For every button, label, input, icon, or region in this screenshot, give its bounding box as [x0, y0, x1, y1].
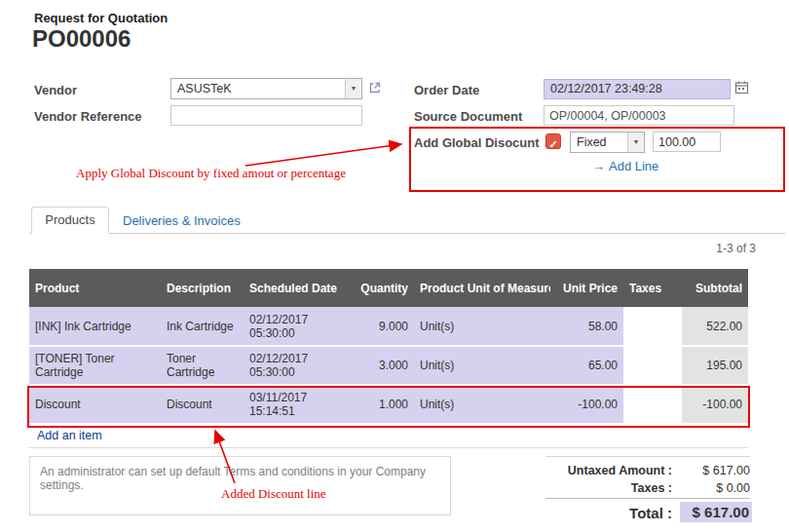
cell-subtotal[interactable]: -100.00: [682, 385, 748, 424]
cell-taxes[interactable]: [623, 385, 682, 424]
cell-uom[interactable]: Unit(s): [414, 346, 550, 385]
totals-top-divider: [545, 456, 750, 457]
cell-taxes[interactable]: [623, 307, 682, 346]
total-label: Total :: [526, 505, 672, 521]
calendar-icon[interactable]: [734, 80, 749, 98]
vendor-reference-label: Vendor Reference: [34, 109, 142, 124]
table-row[interactable]: [INK] Ink Cartridge Ink Cartridge 02/12/…: [29, 307, 748, 346]
order-date-label: Order Date: [414, 83, 479, 97]
tab-products[interactable]: Products: [31, 207, 109, 234]
annotation-arrow-global-discount: [245, 144, 401, 166]
arrow-right-icon: →: [592, 159, 605, 173]
cell-uom[interactable]: Unit(s): [414, 307, 550, 346]
tab-bar-divider: [29, 233, 785, 234]
add-line-label: Add Line: [609, 159, 658, 173]
add-line-link[interactable]: →Add Line: [592, 159, 658, 173]
vendor-reference-input[interactable]: [170, 105, 362, 126]
header-unit-price[interactable]: Unit Price: [550, 269, 623, 307]
vendor-select-value: ASUSTeK: [177, 79, 232, 98]
cell-unit-price[interactable]: -100.00: [550, 385, 623, 424]
order-date-input[interactable]: 02/12/2017 23:49:28: [544, 79, 731, 99]
discount-type-select[interactable]: Fixed: [570, 132, 645, 153]
cell-scheduled-date[interactable]: 03/11/2017 15:14:51: [244, 385, 346, 424]
table-row-discount[interactable]: Discount Discount 03/11/2017 15:14:51 1.…: [29, 385, 748, 424]
header-description[interactable]: Description: [161, 269, 244, 307]
source-document-input[interactable]: [544, 105, 734, 126]
add-item-row: [29, 427, 748, 447]
header-subtotal[interactable]: Subtotal: [682, 269, 748, 307]
chevron-down-icon: [345, 79, 361, 98]
total-value: $ 617.00: [680, 502, 752, 522]
document-type-label: Request for Quotation: [34, 11, 168, 25]
global-discount-label: Add Global Disocunt: [414, 135, 540, 150]
cell-quantity[interactable]: 9.000: [346, 307, 414, 346]
table-bottom-divider: [29, 447, 748, 448]
external-link-icon[interactable]: [368, 81, 382, 98]
chevron-down-icon: [627, 133, 644, 152]
cell-description[interactable]: Discount: [161, 385, 244, 424]
untaxed-amount-value: $ 617.00: [672, 464, 750, 477]
annotation-global-discount-note: Apply Global Discount by fixed amout or …: [76, 166, 346, 181]
page-title: PO00006: [32, 25, 131, 53]
cell-scheduled-date[interactable]: 02/12/2017 05:30:00: [244, 346, 346, 385]
cell-description[interactable]: Toner Cartridge: [161, 346, 244, 385]
source-document-label: Source Document: [414, 109, 522, 124]
header-product[interactable]: Product: [29, 269, 161, 307]
annotation-discount-line-note: Added Discount line: [221, 486, 326, 502]
taxes-total-label: Taxes :: [526, 481, 672, 495]
untaxed-amount-label: Untaxed Amount :: [526, 464, 672, 477]
table-row[interactable]: [TONER] Toner Cartridge Toner Cartridge …: [29, 346, 748, 385]
cell-product[interactable]: [TONER] Toner Cartridge: [29, 346, 161, 385]
discount-type-value: Fixed: [577, 133, 607, 152]
pager[interactable]: 1-3 of 3: [672, 242, 756, 255]
table-header-row: Product Description Scheduled Date Quant…: [29, 269, 748, 307]
cell-taxes[interactable]: [623, 346, 682, 385]
cell-unit-price[interactable]: 65.00: [550, 346, 623, 385]
discount-amount-input[interactable]: [653, 132, 721, 152]
cell-subtotal[interactable]: 522.00: [682, 307, 748, 346]
totals-divider: [545, 498, 750, 499]
cell-description[interactable]: Ink Cartridge: [161, 307, 244, 346]
cell-product[interactable]: [INK] Ink Cartridge: [29, 307, 161, 346]
order-lines-table: Product Description Scheduled Date Quant…: [29, 269, 748, 425]
tab-deliveries-invoices[interactable]: Deliveries & Invoices: [123, 213, 241, 228]
taxes-total-value: $ 0.00: [672, 481, 750, 495]
cell-scheduled-date[interactable]: 02/12/2017 05:30:00: [244, 307, 346, 346]
cell-quantity[interactable]: 1.000: [346, 385, 414, 424]
cell-uom[interactable]: Unit(s): [414, 385, 550, 424]
vendor-select[interactable]: ASUSTeK: [170, 78, 362, 99]
global-discount-checkbox[interactable]: [545, 133, 561, 149]
purchase-order-page: Request for Quotation PO00006 Vendor ASU…: [0, 0, 789, 532]
cell-unit-price[interactable]: 58.00: [550, 307, 623, 346]
cell-product[interactable]: Discount: [29, 385, 161, 424]
header-scheduled-date[interactable]: Scheduled Date: [244, 269, 346, 307]
header-quantity[interactable]: Quantity: [346, 269, 414, 307]
header-uom[interactable]: Product Unit of Measure: [414, 269, 550, 307]
header-taxes[interactable]: Taxes: [623, 269, 682, 307]
vendor-label: Vendor: [34, 83, 77, 97]
cell-subtotal[interactable]: 195.00: [682, 346, 748, 385]
cell-quantity[interactable]: 3.000: [346, 346, 414, 385]
add-an-item-link[interactable]: Add an item: [37, 429, 102, 442]
